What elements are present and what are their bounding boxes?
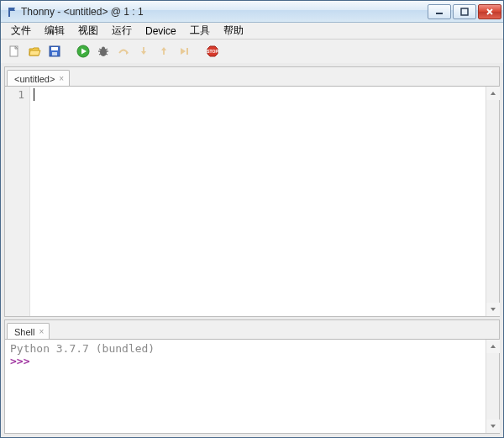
resume-icon: [177, 45, 191, 58]
new-file-icon: [8, 45, 21, 58]
stop-icon: STOP: [206, 45, 219, 58]
window-controls: [428, 4, 501, 19]
shell-tab-label: Shell: [14, 327, 34, 337]
shell-pane: Shell × Python 3.7.7 (bundled) >>>: [4, 319, 500, 434]
close-button[interactable]: [478, 4, 501, 19]
minimize-button[interactable]: [428, 4, 451, 19]
svg-text:STOP: STOP: [207, 49, 218, 54]
step-out-button[interactable]: [155, 43, 172, 60]
shell-output[interactable]: Python 3.7.7 (bundled) >>>: [5, 339, 499, 433]
scroll-down-icon[interactable]: [486, 303, 500, 316]
menu-edit[interactable]: 编辑: [38, 23, 71, 39]
step-into-icon: [137, 45, 150, 58]
text-caret: [34, 88, 34, 101]
new-file-button[interactable]: [6, 43, 23, 60]
close-icon[interactable]: ×: [59, 75, 64, 83]
svg-rect-1: [461, 8, 468, 15]
scroll-down-icon[interactable]: [486, 420, 500, 433]
svg-rect-15: [186, 48, 188, 55]
menu-view[interactable]: 视图: [71, 23, 105, 39]
toolbar: STOP: [1, 40, 503, 63]
shell-tab[interactable]: Shell ×: [7, 323, 50, 340]
editor-body: 1: [5, 86, 499, 316]
step-out-icon: [157, 45, 171, 58]
open-file-icon: [28, 45, 41, 58]
svg-line-14: [106, 54, 108, 55]
run-button[interactable]: [75, 43, 92, 60]
editor-pane: <untitled> × 1: [4, 66, 500, 317]
run-icon: [76, 45, 90, 58]
resume-button[interactable]: [176, 43, 192, 60]
editor-tab[interactable]: <untitled> ×: [7, 70, 70, 87]
editor-tabrow: <untitled> ×: [5, 67, 499, 86]
open-file-button[interactable]: [26, 43, 43, 60]
line-gutter: 1: [5, 87, 30, 316]
menu-tools[interactable]: 工具: [183, 23, 217, 39]
svg-line-11: [99, 49, 101, 50]
shell-prompt: >>>: [10, 355, 29, 367]
scroll-up-icon[interactable]: [486, 340, 500, 353]
shell-banner: Python 3.7.7 (bundled): [10, 342, 494, 355]
menu-device[interactable]: Device: [139, 24, 183, 38]
stop-button[interactable]: STOP: [204, 43, 221, 60]
svg-line-13: [99, 54, 101, 55]
step-over-icon: [117, 45, 130, 58]
menu-file[interactable]: 文件: [4, 23, 38, 39]
svg-line-12: [106, 49, 108, 50]
app-icon: [6, 6, 18, 18]
menu-help[interactable]: 帮助: [217, 23, 250, 39]
shell-tabrow: Shell ×: [5, 320, 499, 339]
scroll-up-icon[interactable]: [486, 87, 500, 100]
svg-rect-5: [52, 52, 57, 55]
menubar: 文件 编辑 视图 运行 Device 工具 帮助: [1, 23, 503, 40]
editor-scrollbar[interactable]: [486, 87, 499, 316]
save-button[interactable]: [46, 43, 63, 60]
debug-button[interactable]: [95, 43, 112, 60]
window-title: Thonny - <untitled> @ 1 : 1: [21, 6, 428, 18]
step-into-button[interactable]: [135, 43, 152, 60]
debug-icon: [97, 45, 110, 58]
app-window: Thonny - <untitled> @ 1 : 1 文件 编辑 视图 运行 …: [0, 0, 504, 438]
shell-scrollbar[interactable]: [486, 340, 499, 433]
step-over-button[interactable]: [115, 43, 132, 60]
maximize-button[interactable]: [453, 4, 476, 19]
svg-rect-4: [51, 47, 58, 50]
close-icon[interactable]: ×: [39, 328, 44, 336]
editor-tab-label: <untitled>: [14, 74, 55, 84]
svg-point-8: [102, 47, 105, 50]
save-icon: [48, 45, 61, 58]
line-number: 1: [5, 88, 24, 101]
titlebar[interactable]: Thonny - <untitled> @ 1 : 1: [1, 1, 503, 23]
code-editor[interactable]: [30, 87, 499, 316]
svg-rect-0: [436, 13, 443, 14]
panels: <untitled> × 1 Shell: [1, 63, 503, 437]
menu-run[interactable]: 运行: [105, 23, 139, 39]
